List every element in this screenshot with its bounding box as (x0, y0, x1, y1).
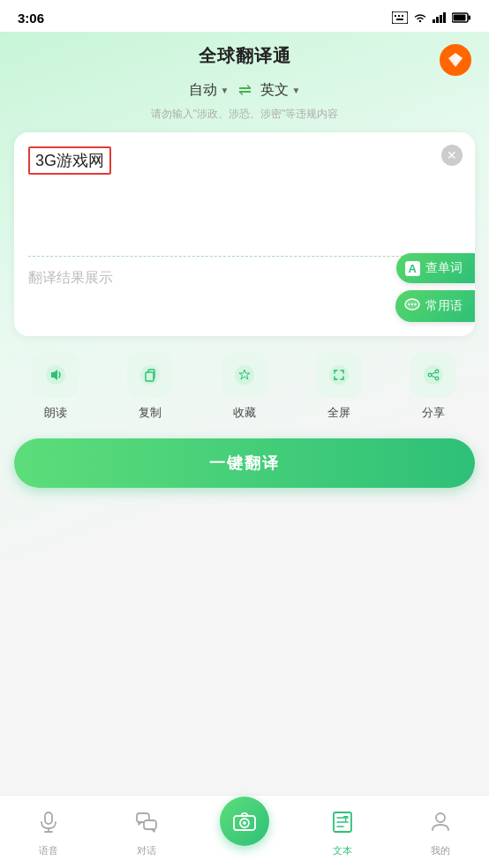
read-icon-circle (33, 352, 79, 398)
svg-point-17 (411, 303, 413, 305)
svg-rect-7 (440, 15, 442, 23)
svg-point-22 (235, 365, 254, 385)
action-copy[interactable]: 复制 (103, 352, 198, 421)
language-selector: 自动 ▼ ⇌ 英文 ▼ (0, 77, 489, 105)
share-icon (422, 363, 445, 386)
svg-rect-1 (395, 15, 396, 17)
camera-icon-wrap (220, 797, 269, 846)
side-buttons: A 查单词 常用语 (395, 253, 475, 322)
svg-rect-4 (396, 19, 403, 20)
status-bar: 3:06 (0, 0, 489, 32)
input-highlight-box: 3G游戏网 (28, 146, 111, 175)
input-area[interactable]: 3G游戏网 ✕ (14, 132, 475, 256)
nav-text[interactable]: T 文本 (293, 803, 391, 857)
phrase-icon (404, 297, 420, 315)
lookup-word-label: 查单词 (425, 260, 463, 276)
svg-point-24 (329, 365, 349, 385)
source-lang-label: 自动 (189, 81, 217, 100)
nav-text-label: 文本 (333, 844, 352, 857)
profile-icon-wrap (421, 803, 460, 842)
action-favorite[interactable]: 收藏 (198, 352, 292, 421)
action-copy-label: 复制 (139, 405, 162, 421)
svg-rect-2 (398, 15, 400, 17)
vip-button[interactable] (440, 44, 471, 76)
nav-profile-label: 我的 (431, 844, 450, 857)
nav-camera[interactable] (196, 814, 294, 846)
app-container: 全球翻译通 自动 ▼ ⇌ 英文 ▼ 请勿输入"涉政、涉恐、涉密"等违规内容 3G… (0, 32, 489, 868)
action-share-label: 分享 (422, 405, 445, 421)
svg-rect-35 (144, 820, 156, 829)
warning-text: 请勿输入"涉政、涉恐、涉密"等违规内容 (0, 105, 489, 129)
source-lang-button[interactable]: 自动 ▼ (189, 81, 229, 100)
nav-profile[interactable]: 我的 (391, 803, 489, 857)
bottom-nav: 语音 对话 (0, 795, 489, 868)
svg-rect-3 (402, 15, 403, 17)
voice-icon-wrap (29, 803, 68, 842)
header: 全球翻译通 (0, 32, 489, 77)
battery-icon (452, 12, 471, 23)
source-lang-arrow: ▼ (221, 86, 229, 95)
status-time: 3:06 (18, 11, 44, 26)
svg-point-38 (243, 821, 246, 825)
fullscreen-icon-circle (316, 352, 362, 398)
action-read-label: 朗读 (44, 405, 67, 421)
text-icon: T (332, 811, 353, 834)
svg-point-18 (414, 303, 416, 305)
swap-button[interactable]: ⇌ (238, 80, 252, 100)
translation-card: 3G游戏网 ✕ 翻译结果展示 A 查单词 (14, 132, 475, 336)
action-read[interactable]: 朗读 (9, 352, 103, 421)
star-icon-circle (222, 352, 267, 398)
copy-icon-circle (127, 352, 173, 398)
target-lang-label: 英文 (260, 81, 289, 100)
star-icon (233, 363, 256, 386)
clear-button[interactable]: ✕ (441, 145, 463, 166)
action-fullscreen[interactable]: 全屏 (291, 352, 386, 421)
action-row: 朗读 复制 收藏 (0, 336, 489, 430)
svg-point-44 (436, 813, 445, 822)
target-lang-button[interactable]: 英文 ▼ (260, 81, 301, 100)
target-lang-arrow: ▼ (292, 86, 301, 95)
diamond-icon (447, 51, 464, 69)
action-fullscreen-label: 全屏 (327, 405, 350, 421)
svg-rect-11 (454, 15, 466, 21)
svg-point-16 (408, 303, 410, 305)
svg-rect-10 (469, 16, 471, 20)
profile-icon (430, 811, 451, 834)
camera-icon (232, 811, 257, 832)
svg-rect-6 (436, 17, 439, 23)
fullscreen-icon (327, 363, 350, 386)
phrase-button[interactable]: 常用语 (395, 290, 475, 322)
phrase-label: 常用语 (425, 298, 463, 314)
microphone-icon (38, 811, 59, 834)
translate-button[interactable]: 一键翻译 (14, 438, 475, 488)
signal-icon (433, 12, 447, 23)
svg-rect-5 (433, 19, 435, 23)
result-placeholder: 翻译结果展示 (28, 270, 113, 285)
keyboard-icon (392, 11, 408, 24)
svg-point-25 (424, 365, 443, 385)
text-icon-wrap: T (323, 803, 362, 842)
translate-btn-wrap: 一键翻译 (0, 430, 489, 502)
lookup-word-button[interactable]: A 查单词 (396, 253, 475, 283)
action-share[interactable]: 分享 (386, 352, 480, 421)
svg-rect-8 (443, 12, 446, 23)
status-icons (392, 11, 471, 24)
lookup-icon: A (405, 261, 420, 276)
copy-icon (139, 363, 162, 386)
result-area: 翻译结果展示 A 查单词 常用语 (14, 257, 475, 336)
speaker-icon (44, 363, 67, 386)
wifi-icon (413, 12, 427, 23)
nav-dialog-label: 对话 (137, 844, 156, 857)
svg-text:T: T (343, 814, 349, 823)
nav-voice[interactable]: 语音 (0, 803, 98, 857)
nav-voice-label: 语音 (39, 844, 58, 857)
input-text: 3G游戏网 (35, 152, 104, 169)
share-icon-circle (410, 352, 456, 398)
nav-dialog[interactable]: 对话 (98, 803, 196, 857)
dialog-icon-wrap (127, 803, 166, 842)
svg-rect-31 (45, 812, 52, 824)
action-favorite-label: 收藏 (233, 405, 256, 421)
page-title: 全球翻译通 (199, 44, 291, 68)
svg-rect-0 (392, 11, 408, 24)
dialog-icon (135, 812, 158, 833)
